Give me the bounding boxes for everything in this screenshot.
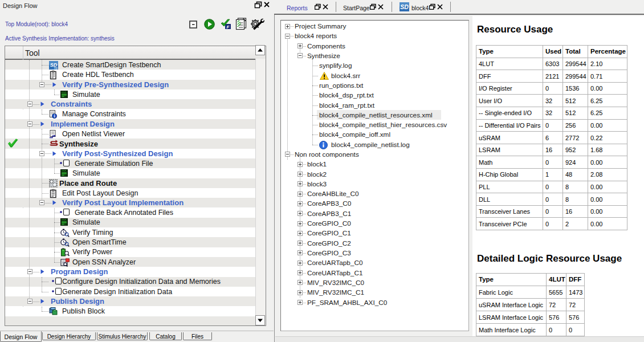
svg-text:SD: SD (400, 3, 409, 10)
svg-text:i: i (54, 114, 55, 119)
svg-text:TB: TB (54, 66, 58, 70)
